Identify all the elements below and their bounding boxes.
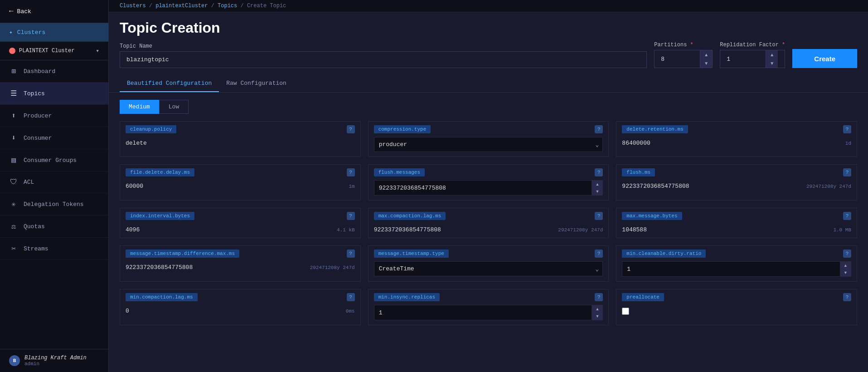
- config-card-min-cleanable-dirty-ratio: min.cleanable.dirty.ratio ? ▲ ▼: [616, 245, 857, 282]
- partitions-increment[interactable]: ▲: [700, 50, 712, 59]
- help-icon[interactable]: ?: [347, 250, 355, 258]
- min-cleanable-dirty-ratio-decrement[interactable]: ▼: [840, 269, 851, 276]
- tab-beautified[interactable]: Beautified Configuration: [120, 75, 219, 92]
- avatar: B: [9, 355, 20, 366]
- min-insync-replicas-decrement[interactable]: ▼: [592, 313, 602, 320]
- config-value-row: 86400000 1d: [616, 137, 857, 151]
- preallocate-checkbox[interactable]: [622, 308, 629, 315]
- back-button[interactable]: ← Back: [0, 0, 108, 23]
- config-value-row: 4096 4.1 kB: [120, 224, 360, 238]
- cluster-selector[interactable]: PLAINTEXT Cluster ▾: [0, 42, 108, 60]
- config-badge: cleanup.policy: [126, 125, 176, 133]
- help-icon[interactable]: ?: [843, 212, 851, 220]
- partitions-decrement[interactable]: ▼: [700, 59, 712, 68]
- level-medium-button[interactable]: Medium: [120, 100, 159, 114]
- config-card-header: flush.ms ?: [616, 165, 857, 180]
- replication-label: Replidation Factor *: [720, 42, 785, 48]
- compression-select-wrap: producer gzip snappy lz4 zstd uncompress…: [374, 137, 603, 152]
- config-value-row: 9223372036854775808 292471208y 247d: [120, 261, 360, 275]
- config-value-row: 1048588 1.0 MB: [616, 224, 857, 238]
- replication-spinner: ▲ ▼: [720, 50, 785, 68]
- breadcrumb-separator: /: [149, 3, 155, 9]
- replication-input[interactable]: [720, 50, 766, 68]
- cluster-name: PLAINTEXT Cluster: [19, 48, 92, 54]
- clusters-button[interactable]: ✦ Clusters: [0, 23, 108, 42]
- flush-messages-decrement[interactable]: ▼: [592, 188, 602, 195]
- sidebar-item-topics[interactable]: ☰ Topics: [0, 83, 108, 105]
- help-icon[interactable]: ?: [843, 168, 851, 176]
- breadcrumb-clusters-link[interactable]: Clusters: [120, 3, 146, 9]
- config-value: 60000: [126, 183, 345, 190]
- help-icon[interactable]: ?: [595, 293, 603, 301]
- breadcrumb-separator: /: [211, 3, 218, 9]
- min-insync-replicas-increment[interactable]: ▲: [592, 305, 602, 313]
- consumer-icon: ⬇: [9, 133, 18, 142]
- config-card-header: min.compaction.lag.ms ?: [120, 289, 360, 305]
- config-tabs: Beautified Configuration Raw Configurati…: [109, 75, 868, 93]
- breadcrumb-cluster-link[interactable]: plaintextCluster: [155, 3, 208, 9]
- compression-type-select[interactable]: producer gzip snappy lz4 zstd uncompress…: [374, 137, 592, 152]
- replication-increment[interactable]: ▲: [766, 50, 778, 59]
- min-cleanable-dirty-ratio-increment[interactable]: ▲: [840, 262, 851, 269]
- help-icon[interactable]: ?: [843, 125, 851, 133]
- topic-name-label: Topic Name: [120, 43, 647, 49]
- sidebar-item-streams[interactable]: ✂ Streams: [0, 238, 108, 260]
- config-card-max-compaction-lag-ms: max.compaction.lag.ms ? 9223372036854775…: [368, 208, 609, 238]
- footer-info: Blazing Kraft Admin admin: [24, 355, 87, 367]
- help-icon[interactable]: ?: [347, 125, 355, 133]
- partitions-input[interactable]: [655, 50, 700, 68]
- message-timestamp-type-select[interactable]: CreateTime LogAppendTime: [374, 262, 592, 276]
- help-icon[interactable]: ?: [595, 125, 603, 133]
- help-icon[interactable]: ?: [347, 212, 355, 220]
- config-card-file-delete-delay-ms: file.delete.delay.ms ? 60000 1m: [120, 164, 361, 201]
- help-icon[interactable]: ?: [595, 212, 603, 220]
- sidebar-footer: B Blazing Kraft Admin admin: [0, 349, 108, 372]
- help-icon[interactable]: ?: [595, 250, 603, 258]
- help-icon[interactable]: ?: [595, 168, 603, 176]
- help-icon[interactable]: ?: [843, 250, 851, 258]
- select-chevron-icon: ⌄: [592, 265, 603, 273]
- back-arrow-icon: ←: [9, 7, 14, 15]
- config-value: 0: [126, 308, 342, 314]
- sidebar-item-label: Streams: [24, 245, 48, 252]
- config-card-min-insync-replicas: min.insync.replicas ? ▲ ▼: [368, 289, 609, 325]
- level-low-button[interactable]: Low: [159, 100, 189, 114]
- sidebar-item-quotas[interactable]: ⚖ Quotas: [0, 215, 108, 238]
- config-hint: 4.1 kB: [337, 227, 355, 233]
- sidebar-item-dashboard[interactable]: ⊞ Dashboard: [0, 60, 108, 83]
- flush-messages-spinner-wrap: ▲ ▼: [374, 180, 603, 196]
- help-icon[interactable]: ?: [347, 293, 355, 301]
- sidebar-item-producer[interactable]: ⬆ Producer: [0, 105, 108, 127]
- sidebar-item-consumer[interactable]: ⬇ Consumer: [0, 127, 108, 149]
- dashboard-icon: ⊞: [9, 67, 18, 76]
- topic-name-input[interactable]: [120, 51, 647, 68]
- min-cleanable-dirty-ratio-input[interactable]: [622, 262, 840, 276]
- create-button[interactable]: Create: [792, 49, 857, 68]
- user-role: admin: [24, 361, 87, 367]
- config-card-header: file.delete.delay.ms ?: [120, 165, 360, 180]
- sidebar-item-acl[interactable]: 🛡 ACL: [0, 171, 108, 193]
- config-card-flush-ms: flush.ms ? 9223372036854775808 292471208…: [616, 164, 857, 201]
- sidebar-item-delegation-tokens[interactable]: ✳ Delegation Tokens: [0, 193, 108, 215]
- help-icon[interactable]: ?: [843, 293, 851, 301]
- sidebar-item-consumer-groups[interactable]: ▤ Consumer Groups: [0, 149, 108, 171]
- config-card-header: preallocate ?: [616, 289, 857, 305]
- flush-messages-input[interactable]: [374, 181, 592, 195]
- config-value: 9223372036854775808: [374, 226, 555, 233]
- partitions-spinner: ▲ ▼: [654, 50, 713, 68]
- tab-raw[interactable]: Raw Configuration: [219, 75, 294, 92]
- min-insync-replicas-input[interactable]: [374, 305, 592, 320]
- config-value: 9223372036854775808: [622, 183, 803, 190]
- breadcrumb-topics-link[interactable]: Topics: [218, 3, 237, 9]
- config-card-preallocate: preallocate ?: [616, 289, 857, 325]
- replication-decrement[interactable]: ▼: [766, 59, 778, 68]
- flush-messages-increment[interactable]: ▲: [592, 181, 602, 188]
- config-card-min-compaction-lag-ms: min.compaction.lag.ms ? 0 0ms: [120, 289, 361, 325]
- producer-icon: ⬆: [9, 111, 18, 120]
- quotas-icon: ⚖: [9, 222, 18, 231]
- sidebar-item-label: Quotas: [24, 223, 45, 230]
- config-card-header: min.insync.replicas ?: [369, 289, 609, 305]
- help-icon[interactable]: ?: [347, 168, 355, 176]
- clusters-icon: ✦: [9, 29, 13, 36]
- config-hint: 1d: [845, 141, 851, 146]
